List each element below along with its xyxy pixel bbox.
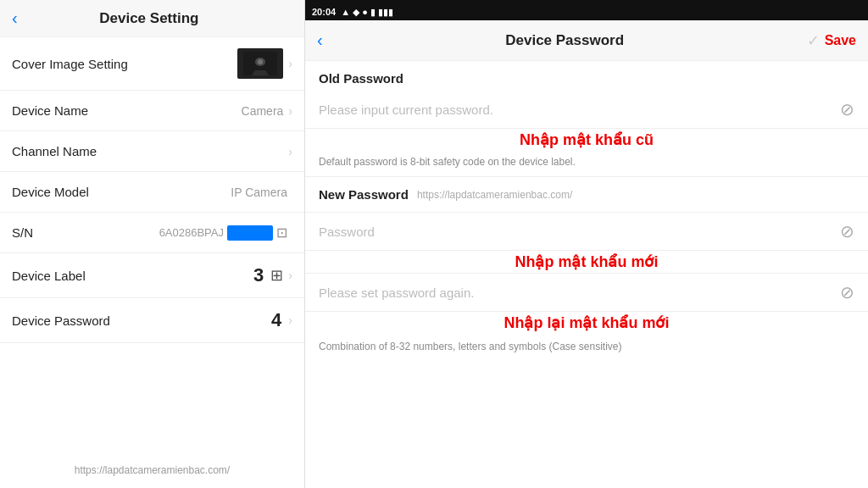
right-page-title: Device Password xyxy=(323,32,807,49)
status-time: 20:04 xyxy=(312,7,336,17)
cover-image-row[interactable]: Cover Image Setting › xyxy=(0,37,304,91)
sn-row: S/N 6A0286BPAJ ⊡ xyxy=(0,213,304,253)
left-footer-url: https://lapdatcameramienbac.com/ xyxy=(0,452,304,488)
device-name-label: Device Name xyxy=(12,103,242,118)
save-check-icon: ✓ xyxy=(807,31,820,50)
svg-point-2 xyxy=(258,59,263,64)
left-back-icon[interactable]: ‹ xyxy=(12,8,18,28)
old-password-input[interactable] xyxy=(319,103,840,117)
channel-name-label: Channel Name xyxy=(12,144,288,158)
cover-image-label: Cover Image Setting xyxy=(12,57,237,71)
left-panel: ‹ Device Setting Cover Image Setting › D… xyxy=(0,0,305,488)
confirm-password-input[interactable] xyxy=(319,286,840,300)
copy-icon[interactable]: ⊡ xyxy=(276,225,287,241)
device-model-label: Device Model xyxy=(12,185,231,199)
device-name-row[interactable]: Device Name Camera › xyxy=(0,91,304,131)
save-button[interactable]: Save xyxy=(825,33,856,48)
confirm-password-input-row: ⊘ xyxy=(305,273,868,312)
qr-icon[interactable]: ⊞ xyxy=(270,266,283,285)
device-password-row[interactable]: Device Password 4 › xyxy=(0,298,304,343)
device-model-value: IP Camera xyxy=(231,186,287,199)
device-name-arrow: › xyxy=(288,104,292,118)
left-header: ‹ Device Setting xyxy=(0,0,304,37)
old-password-hint: Default password is 8-bit safety code on… xyxy=(305,151,868,177)
cover-image-arrow: › xyxy=(288,57,292,70)
sn-highlight xyxy=(227,225,273,241)
old-password-input-row: ⊘ xyxy=(305,91,868,129)
new-password-input[interactable] xyxy=(319,225,840,239)
settings-list: Cover Image Setting › Device Name Camera… xyxy=(0,37,304,452)
new-password-section-label: New Password xyxy=(319,187,409,202)
device-password-label: Device Password xyxy=(12,313,271,328)
channel-name-row[interactable]: Channel Name › xyxy=(0,131,304,172)
device-model-row: Device Model IP Camera xyxy=(0,172,304,213)
device-label-arrow: › xyxy=(288,269,292,282)
device-name-value: Camera xyxy=(242,104,284,118)
new-password-annotation: Nhập mật khẩu mới xyxy=(305,252,868,271)
bottom-hint: Combination of 8-32 numbers, letters and… xyxy=(305,334,868,358)
old-password-section-label: Old Password xyxy=(305,61,868,91)
right-back-icon[interactable]: ‹ xyxy=(317,30,323,50)
password-section: Old Password ⊘ Nhập mật khẩu cũ Default … xyxy=(305,61,868,488)
sn-value: 6A0286BPAJ xyxy=(159,226,224,239)
left-page-title: Device Setting xyxy=(26,10,272,27)
device-label-label: Device Label xyxy=(12,269,253,283)
sn-label: S/N xyxy=(12,225,159,240)
channel-name-arrow: › xyxy=(288,145,292,158)
new-password-url-hint: https://lapdatcameramienbac.com/ xyxy=(417,189,572,201)
cover-image-thumbnail xyxy=(237,48,283,79)
new-password-eye-icon[interactable]: ⊘ xyxy=(840,221,854,241)
new-password-input-row: ⊘ xyxy=(305,213,868,251)
status-icons: ▲ ◆ ● ▮ ▮▮▮ xyxy=(341,7,393,18)
old-password-annotation: Nhập mật khẩu cũ xyxy=(305,130,868,149)
old-password-eye-icon[interactable]: ⊘ xyxy=(840,99,854,119)
device-password-arrow: › xyxy=(288,313,292,327)
device-label-row[interactable]: Device Label 3 ⊞ › xyxy=(0,253,304,298)
new-password-label-row: New Password https://lapdatcameramienbac… xyxy=(305,177,868,213)
confirm-password-annotation: Nhập lại mật khẩu mới xyxy=(305,313,868,332)
confirm-password-eye-icon[interactable]: ⊘ xyxy=(840,282,854,302)
status-bar: 20:04 ▲ ◆ ● ▮ ▮▮▮ xyxy=(305,3,868,20)
right-panel: 20:04 ▲ ◆ ● ▮ ▮▮▮ ‹ Device Password ✓ Sa… xyxy=(305,0,868,488)
device-label-number: 3 xyxy=(253,264,264,286)
device-password-number: 4 xyxy=(271,309,281,331)
right-header: ‹ Device Password ✓ Save xyxy=(305,20,868,61)
